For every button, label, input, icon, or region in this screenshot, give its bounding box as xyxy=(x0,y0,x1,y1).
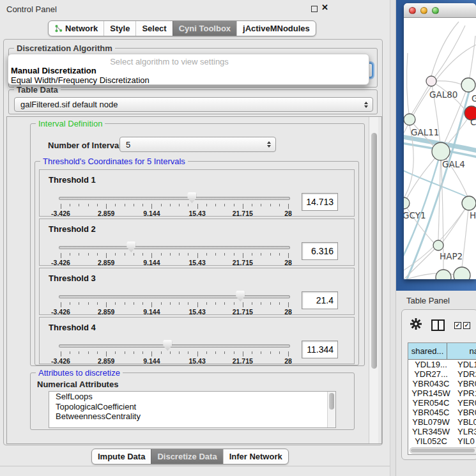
numerical-attributes-list[interactable]: SelfLoopsTopologicalCoefficientBetweenne… xyxy=(49,391,336,428)
minimize-traffic-light-icon[interactable] xyxy=(420,7,427,14)
network-gal11-node[interactable] xyxy=(404,114,415,125)
network-hap2-node[interactable] xyxy=(433,240,443,250)
slider-tick xyxy=(115,302,116,305)
slider-tick xyxy=(125,351,125,354)
table-row[interactable]: YER054CYER0 xyxy=(408,398,476,408)
gear-icon[interactable] xyxy=(410,318,422,330)
slider-track[interactable] xyxy=(59,197,290,200)
network-h-node[interactable] xyxy=(462,196,476,210)
table-row[interactable]: YBL079WYBL0 xyxy=(408,417,476,427)
network-node[interactable] xyxy=(454,267,470,279)
table-data-combobox[interactable]: galFiltered.sif default node xyxy=(14,97,373,112)
slider-tick xyxy=(234,253,234,256)
panel-gutter[interactable] xyxy=(390,0,396,476)
tab-infer-network[interactable]: Infer Network xyxy=(223,449,288,464)
zoom-traffic-light-icon[interactable] xyxy=(432,7,439,14)
checkbox-icon[interactable]: ✓ xyxy=(463,322,470,329)
threshold-value-field[interactable]: 6.316 xyxy=(302,242,338,260)
threshold-value-field[interactable]: 21.4 xyxy=(302,291,338,309)
network-gal80-node[interactable] xyxy=(426,76,436,86)
network-window-titlebar[interactable] xyxy=(404,3,476,18)
dropdown-option-equal-width-frequency[interactable]: Equal Width/Frequency Discretization xyxy=(11,75,150,85)
split-columns-icon[interactable] xyxy=(431,319,445,331)
slider-track[interactable] xyxy=(59,295,290,298)
tab-jactivemnodules[interactable]: jActiveMNodules xyxy=(236,21,316,36)
table-data-value: galFiltered.sif default node xyxy=(20,100,118,109)
dropdown-option-manual-discretization[interactable]: Manual Discretization xyxy=(11,66,96,75)
list-scrollbar[interactable] xyxy=(327,392,335,427)
table-row[interactable]: YDR27...YDR2 xyxy=(408,369,476,379)
slider-tick xyxy=(88,351,89,354)
tab-cyni-toolbox[interactable]: Cyni Toolbox xyxy=(173,21,236,36)
table-row[interactable]: YDL19...YDL1 xyxy=(408,360,476,369)
close-icon[interactable]: ✕ xyxy=(321,3,328,12)
tab-select[interactable]: Select xyxy=(135,21,172,36)
tab-discretize-data[interactable]: Discretize Data xyxy=(151,449,222,464)
slider-tick xyxy=(224,253,225,256)
slider-tick xyxy=(151,204,152,209)
slider-tick-label: 9.144 xyxy=(143,357,160,365)
slider-track[interactable] xyxy=(59,344,290,348)
slider-tick xyxy=(279,253,280,256)
table-body: YDL19...YDL1YDR27...YDR2YBR043CYBR0YPR14… xyxy=(408,360,476,446)
slider-tick xyxy=(261,204,261,206)
network-node[interactable] xyxy=(461,78,475,92)
number-of-intervals-spinner[interactable]: 5 xyxy=(119,137,276,152)
table-row[interactable]: YPR145WYPR1 xyxy=(408,388,476,398)
tab-style[interactable]: Style xyxy=(104,21,135,36)
table-horizontal-scrollbar[interactable] xyxy=(410,447,476,454)
bottom-tab-bar: Impute DataDiscretize DataInfer Network xyxy=(91,449,289,464)
table-row[interactable]: YBR043CYBR0 xyxy=(408,379,476,388)
cell-name: YDL1 xyxy=(454,360,476,369)
threshold-card-2: Threshold 2-3.4262.8599.14415.4321.71528… xyxy=(39,219,355,266)
dropdown-prompt-item[interactable]: Select algorithm to view settings xyxy=(8,57,330,66)
slider-tick xyxy=(79,302,79,305)
column-header-shared[interactable]: shared... xyxy=(408,343,447,360)
tab-label: Impute Data xyxy=(98,452,145,461)
slider-thumb[interactable] xyxy=(127,242,135,252)
slider-tick xyxy=(115,351,116,354)
column-header-name[interactable]: na xyxy=(447,343,476,360)
table-data-title: Table Data xyxy=(14,85,61,95)
slider-tick xyxy=(125,253,125,256)
slider-tick xyxy=(106,253,107,258)
slider-tick xyxy=(79,204,79,206)
cell-shared-name: YLR345W xyxy=(408,427,454,436)
slider-tick xyxy=(170,351,171,354)
attribute-item-betweennesscentrality[interactable]: BetweennessCentrality xyxy=(49,411,335,422)
float-window-icon[interactable] xyxy=(311,6,318,12)
table-row[interactable]: YBR045CYBR0 xyxy=(408,408,476,417)
table-row[interactable]: YLR345WYLR3 xyxy=(408,427,476,436)
tab-network[interactable]: Network xyxy=(49,21,104,36)
slider-tick xyxy=(115,204,116,206)
discretization-algorithm-title: Discretization Algorithm xyxy=(14,43,115,53)
scrollbar-thumb[interactable] xyxy=(411,449,475,452)
slider-tick xyxy=(261,302,261,305)
checkbox-icon[interactable]: ✓ xyxy=(454,322,461,329)
slider-thumb[interactable] xyxy=(236,291,245,302)
slider-thumb[interactable] xyxy=(163,340,172,351)
slider-thumb[interactable] xyxy=(187,192,196,203)
network-gcy1-node[interactable] xyxy=(404,197,410,209)
network-gal4-node[interactable] xyxy=(432,142,450,160)
slider-track[interactable] xyxy=(59,246,290,249)
slider-tick-label: 28 xyxy=(284,259,292,266)
threshold-value-field[interactable]: 11.344 xyxy=(302,341,338,358)
slider-tick xyxy=(179,204,180,206)
close-traffic-light-icon[interactable] xyxy=(409,7,416,14)
attribute-item-selfloops[interactable]: SelfLoops xyxy=(49,392,335,402)
attribute-item-topologicalcoefficient[interactable]: TopologicalCoefficient xyxy=(49,402,335,412)
slider-tick xyxy=(125,204,125,206)
slider-tick xyxy=(151,253,152,258)
network-node[interactable] xyxy=(436,270,451,279)
network-canvas[interactable]: GAL80GGAL11CGAL4GCY1HHAP2 xyxy=(404,18,476,279)
scrollbar-thumb[interactable] xyxy=(371,133,377,369)
threshold-value-field[interactable]: 14.713 xyxy=(302,193,338,211)
slider-tick xyxy=(134,351,134,354)
content-vertical-scrollbar[interactable] xyxy=(369,117,378,443)
tab-impute-data[interactable]: Impute Data xyxy=(92,449,151,464)
slider-tick xyxy=(97,351,98,354)
table-row[interactable]: YIL052CYIL0 xyxy=(408,436,476,446)
slider-tick xyxy=(288,351,289,357)
slider-tick xyxy=(215,302,216,305)
